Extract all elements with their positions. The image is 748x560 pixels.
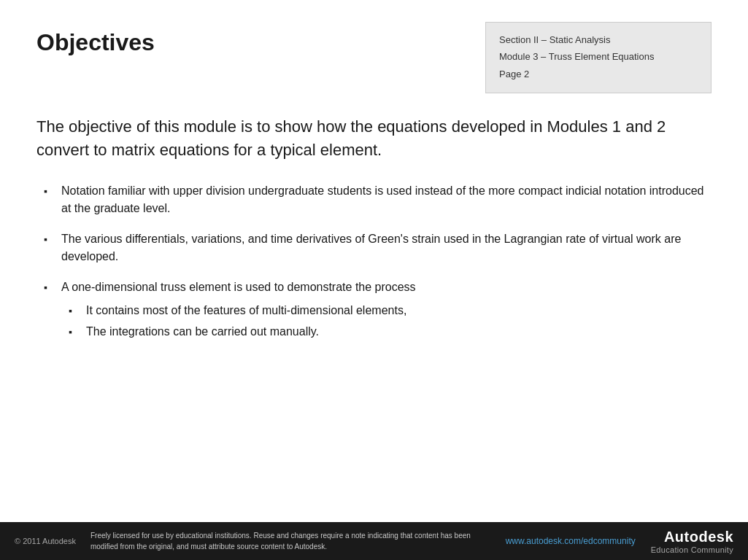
- bullet-marker: ▪: [44, 280, 55, 295]
- header-area: Objectives Section II – Static Analysis …: [36, 22, 712, 93]
- bullet-marker: ▪: [44, 184, 55, 199]
- section-line2: Module 3 – Truss Element Equations: [499, 48, 698, 65]
- bullet-text: A one-dimensional truss element is used …: [61, 279, 712, 344]
- sub-bullet-list: ▪It contains most of the features of mul…: [61, 302, 712, 341]
- footer: © 2011 Autodesk Freely licensed for use …: [0, 522, 748, 560]
- list-item: ▪A one-dimensional truss element is used…: [44, 279, 712, 344]
- footer-brand-sub: Education Community: [651, 545, 733, 554]
- page-title: Objectives: [36, 22, 155, 56]
- sub-bullet-text: The integrations can be carried out manu…: [86, 323, 319, 341]
- section-box: Section II – Static Analysis Module 3 – …: [485, 22, 712, 93]
- list-item: ▪The various differentials, variations, …: [44, 230, 712, 265]
- bullet-marker: ▪: [44, 232, 55, 247]
- section-line1: Section II – Static Analysis: [499, 31, 698, 48]
- list-item: ▪It contains most of the features of mul…: [69, 302, 712, 319]
- footer-license: Freely licensed for use by educational i…: [76, 530, 505, 552]
- sub-bullet-text: It contains most of the features of mult…: [86, 302, 406, 319]
- list-item: ▪The integrations can be carried out man…: [69, 323, 712, 341]
- footer-copyright: © 2011 Autodesk: [15, 537, 76, 545]
- sub-bullet-marker: ▪: [69, 324, 80, 340]
- bullet-text: The various differentials, variations, a…: [61, 230, 712, 265]
- section-line3: Page 2: [499, 66, 698, 82]
- footer-brand: Autodesk Education Community: [651, 529, 733, 554]
- intro-paragraph: The objective of this module is to show …: [36, 115, 712, 162]
- main-content: Objectives Section II – Static Analysis …: [0, 0, 748, 344]
- footer-url[interactable]: www.autodesk.com/edcommunity: [505, 536, 636, 546]
- sub-bullet-marker: ▪: [69, 303, 80, 319]
- footer-brand-name: Autodesk: [664, 529, 733, 545]
- list-item: ▪Notation familiar with upper division u…: [44, 182, 712, 217]
- bullet-text: Notation familiar with upper division un…: [61, 182, 712, 217]
- bullet-list: ▪Notation familiar with upper division u…: [36, 182, 712, 344]
